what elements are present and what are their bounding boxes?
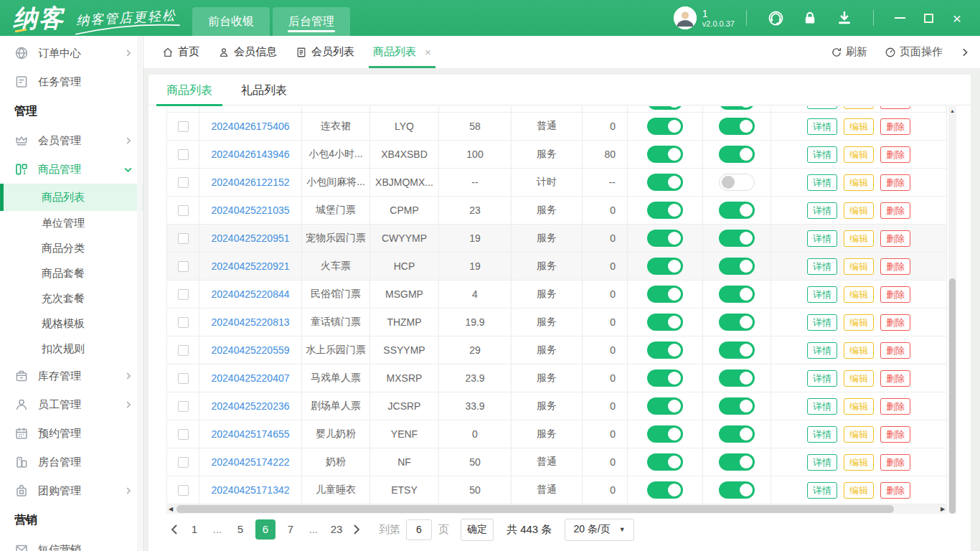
sale-status-toggle[interactable] xyxy=(647,286,683,303)
sidebar-item-product-package[interactable]: 商品套餐 xyxy=(0,261,143,286)
goto-page-input[interactable] xyxy=(406,519,432,540)
sidebar-item-product-list[interactable]: 商品列表 xyxy=(0,184,143,211)
row-checkbox[interactable] xyxy=(178,177,189,188)
sidebar-item-member-management[interactable]: 会员管理 xyxy=(0,126,143,155)
vertical-scroll-thumb[interactable] xyxy=(949,278,956,514)
refresh-button[interactable]: 刷新 xyxy=(831,45,867,59)
maximize-button[interactable] xyxy=(918,7,939,29)
product-id-link[interactable]: 20240425220951 xyxy=(211,232,289,244)
detail-button[interactable]: 详情 xyxy=(807,370,837,387)
points-status-toggle[interactable] xyxy=(719,174,755,191)
points-status-toggle[interactable] xyxy=(719,230,755,247)
sidebar-item-sms-marketing[interactable]: 短信营销 xyxy=(0,535,143,551)
edit-button[interactable]: 编辑 xyxy=(844,146,874,163)
horizontal-scroll-thumb[interactable] xyxy=(176,505,894,513)
row-checkbox[interactable] xyxy=(178,149,189,160)
edit-button[interactable]: 编辑 xyxy=(844,106,874,109)
tab-member-info[interactable]: 会员信息 xyxy=(218,36,277,68)
points-status-toggle[interactable] xyxy=(719,453,755,471)
sale-status-toggle[interactable] xyxy=(647,425,683,443)
customer-service-icon[interactable] xyxy=(767,9,784,27)
points-status-toggle[interactable] xyxy=(719,286,755,303)
detail-button[interactable]: 详情 xyxy=(807,118,837,135)
row-checkbox[interactable] xyxy=(178,485,189,496)
next-page-icon[interactable] xyxy=(349,519,364,540)
detail-button[interactable]: 详情 xyxy=(807,314,837,331)
edit-button[interactable]: 编辑 xyxy=(844,314,874,331)
page-operations-button[interactable]: 页面操作 xyxy=(885,45,943,59)
delete-button[interactable]: 删除 xyxy=(880,398,910,415)
points-status-toggle[interactable] xyxy=(719,118,755,135)
page-number[interactable]: 5 xyxy=(231,519,250,540)
row-checkbox[interactable] xyxy=(178,205,189,216)
row-checkbox[interactable] xyxy=(178,429,189,440)
product-id-link[interactable]: 20240425220236 xyxy=(211,400,289,412)
sidebar-item-recharge-package[interactable]: 充次套餐 xyxy=(0,286,143,311)
row-checkbox[interactable] xyxy=(178,289,189,300)
sidebar-item-inventory-management[interactable]: 库存管理 xyxy=(0,362,143,390)
confirm-button[interactable]: 确定 xyxy=(461,519,494,541)
delete-button[interactable]: 删除 xyxy=(880,286,910,303)
product-id-link[interactable]: 20240425220407 xyxy=(211,372,289,384)
points-status-toggle[interactable] xyxy=(719,202,755,219)
delete-button[interactable]: 删除 xyxy=(880,370,910,387)
product-id-link[interactable]: 20240425220559 xyxy=(211,344,289,356)
sidebar-item-unit-management[interactable]: 单位管理 xyxy=(0,211,143,236)
download-icon[interactable] xyxy=(836,9,853,27)
product-id-link[interactable]: 20240425221035 xyxy=(211,204,289,216)
delete-button[interactable]: 删除 xyxy=(880,454,910,471)
detail-button[interactable]: 详情 xyxy=(807,230,837,247)
close-button[interactable]: × xyxy=(946,7,968,29)
sidebar-scrollbar[interactable] xyxy=(137,36,142,551)
product-id-link[interactable]: 20240425220844 xyxy=(211,288,289,300)
sale-status-toggle[interactable] xyxy=(647,314,683,331)
scroll-left-icon[interactable]: ◀ xyxy=(166,504,175,514)
points-status-toggle[interactable] xyxy=(719,369,755,387)
points-status-toggle[interactable] xyxy=(719,106,755,110)
detail-button[interactable]: 详情 xyxy=(807,106,837,109)
row-checkbox[interactable] xyxy=(178,317,189,328)
edit-button[interactable]: 编辑 xyxy=(844,370,874,387)
page-number[interactable]: 1 xyxy=(185,519,204,540)
page-number[interactable]: 23 xyxy=(327,519,346,540)
avatar[interactable] xyxy=(674,6,697,29)
points-status-toggle[interactable] xyxy=(719,342,755,359)
sale-status-toggle[interactable] xyxy=(647,202,683,219)
edit-button[interactable]: 编辑 xyxy=(844,258,874,275)
product-id-link[interactable]: 20240425174655 xyxy=(211,428,289,440)
backend-admin-button[interactable]: 后台管理 xyxy=(273,7,350,36)
sidebar-item-spec-template[interactable]: 规格模板 xyxy=(0,311,143,336)
sale-status-toggle[interactable] xyxy=(647,174,683,191)
row-checkbox[interactable] xyxy=(178,457,189,468)
detail-button[interactable]: 详情 xyxy=(807,454,837,471)
points-status-toggle[interactable] xyxy=(719,314,755,331)
edit-button[interactable]: 编辑 xyxy=(844,454,874,471)
sidebar-item-groupbuy-management[interactable]: 团购管理 xyxy=(0,476,143,505)
edit-button[interactable]: 编辑 xyxy=(844,342,874,359)
chevron-right-icon[interactable] xyxy=(960,47,970,57)
detail-button[interactable]: 详情 xyxy=(807,426,837,443)
sidebar-item-staff-management[interactable]: 员工管理 xyxy=(0,390,143,419)
delete-button[interactable]: 删除 xyxy=(880,426,910,443)
edit-button[interactable]: 编辑 xyxy=(844,174,874,191)
sidebar-item-product-category[interactable]: 商品分类 xyxy=(0,236,143,261)
vertical-scrollbar[interactable]: ▲ xyxy=(948,106,956,514)
sidebar-item-product-management[interactable]: 商品管理 xyxy=(0,155,143,184)
points-status-toggle[interactable] xyxy=(719,481,755,499)
edit-button[interactable]: 编辑 xyxy=(844,482,874,499)
sidebar-item-task-management[interactable]: 任务管理 xyxy=(0,67,143,96)
horizontal-scrollbar[interactable]: ◀ ▶ xyxy=(166,504,947,514)
product-id-link[interactable]: 20240425174222 xyxy=(211,456,289,468)
row-checkbox[interactable] xyxy=(178,261,189,272)
front-cashier-button[interactable]: 前台收银 xyxy=(192,7,270,36)
delete-button[interactable]: 删除 xyxy=(880,202,910,219)
detail-button[interactable]: 详情 xyxy=(807,174,837,191)
row-checkbox[interactable] xyxy=(178,121,189,132)
delete-button[interactable]: 删除 xyxy=(880,146,910,163)
points-status-toggle[interactable] xyxy=(719,258,755,275)
delete-button[interactable]: 删除 xyxy=(880,258,910,275)
edit-button[interactable]: 编辑 xyxy=(844,230,874,247)
detail-button[interactable]: 详情 xyxy=(807,258,837,275)
detail-button[interactable]: 详情 xyxy=(807,286,837,303)
points-status-toggle[interactable] xyxy=(719,397,755,415)
